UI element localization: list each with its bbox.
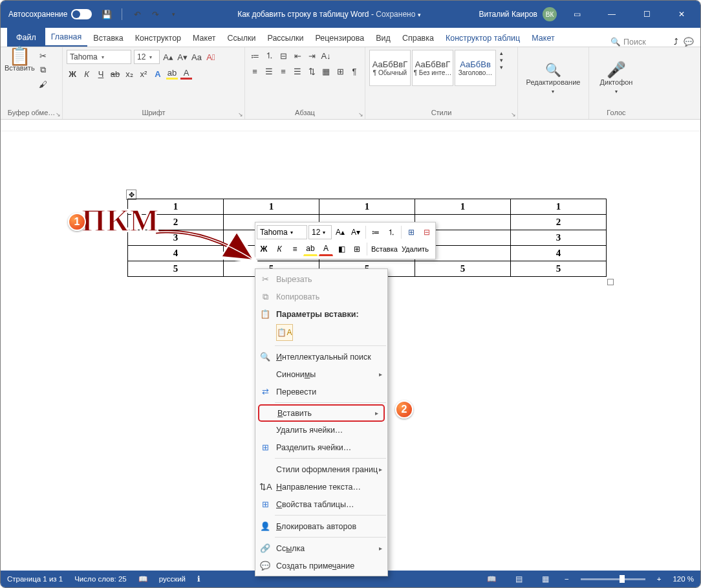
paragraph-launcher[interactable]: ↘ bbox=[358, 111, 363, 118]
shading-icon[interactable]: ▦ bbox=[320, 65, 332, 77]
view-web-icon[interactable]: ▦ bbox=[538, 574, 553, 583]
tab-layout[interactable]: Макет bbox=[187, 30, 221, 47]
menu-translate[interactable]: ⇄Перевести bbox=[255, 383, 387, 400]
tab-home[interactable]: Главная bbox=[45, 28, 88, 47]
mini-borders[interactable]: ⊞ bbox=[350, 242, 364, 256]
mini-bullets[interactable]: ≔ bbox=[369, 225, 383, 239]
tab-references[interactable]: Ссылки bbox=[221, 30, 261, 47]
zoom-slider[interactable] bbox=[581, 578, 645, 580]
tab-help[interactable]: Справка bbox=[396, 30, 440, 47]
font-size-combo[interactable]: 12▾ bbox=[134, 50, 160, 64]
maximize-button[interactable]: ☐ bbox=[632, 1, 662, 28]
menu-border-styles[interactable]: Стили оформления границ▸ bbox=[255, 461, 387, 478]
menu-insert[interactable]: Вставить▸ bbox=[258, 404, 385, 422]
style-heading1[interactable]: АаБбВв Заголово… bbox=[455, 50, 496, 86]
clipboard-launcher[interactable]: ↘ bbox=[56, 111, 61, 118]
status-language[interactable]: русский bbox=[159, 575, 186, 583]
tab-table-design[interactable]: Конструктор таблиц bbox=[440, 30, 526, 47]
mini-shrink-font[interactable]: A▾ bbox=[349, 225, 363, 239]
style-normal[interactable]: АаБбВвГ ¶ Обычный bbox=[369, 50, 411, 86]
style-scroll-down[interactable]: ▾ bbox=[500, 57, 503, 63]
align-center-icon[interactable]: ☰ bbox=[263, 65, 275, 77]
tab-file[interactable]: Файл bbox=[7, 28, 45, 47]
view-print-icon[interactable]: ▤ bbox=[512, 574, 526, 583]
italic-button[interactable]: К bbox=[81, 68, 92, 80]
sort-icon[interactable]: A↓ bbox=[320, 50, 332, 61]
style-scroll-up[interactable]: ▴ bbox=[500, 50, 503, 56]
tab-design[interactable]: Конструктор bbox=[129, 30, 187, 47]
menu-cut[interactable]: ✂Вырезать bbox=[255, 270, 387, 288]
tab-view[interactable]: Вид bbox=[370, 30, 396, 47]
align-left-icon[interactable]: ≡ bbox=[249, 65, 261, 77]
menu-synonyms[interactable]: Синонимы▸ bbox=[255, 365, 387, 383]
mini-numbering[interactable]: ⒈ bbox=[384, 225, 398, 239]
highlight-icon[interactable]: ab bbox=[166, 68, 178, 80]
borders-icon[interactable]: ⊞ bbox=[334, 65, 346, 77]
change-case-icon[interactable]: Aa bbox=[191, 51, 202, 63]
mini-italic[interactable]: К bbox=[272, 242, 286, 256]
copy-icon[interactable]: ⧉ bbox=[38, 64, 49, 76]
close-button[interactable]: ✕ bbox=[667, 1, 696, 28]
ruler[interactable] bbox=[1, 120, 700, 131]
redo-icon[interactable]: ↷ bbox=[149, 8, 161, 20]
status-words[interactable]: Число слов: 25 bbox=[74, 575, 127, 583]
undo-icon[interactable]: ↶ bbox=[131, 8, 143, 20]
indent-dec-icon[interactable]: ⇤ bbox=[292, 50, 303, 61]
style-expand[interactable]: ▾ bbox=[500, 64, 503, 71]
show-marks-icon[interactable]: ¶ bbox=[349, 65, 360, 77]
ribbon-options-icon[interactable]: ▭ bbox=[562, 1, 592, 28]
comments-icon[interactable]: 💬 bbox=[684, 37, 694, 47]
user-avatar[interactable]: ВК bbox=[543, 7, 557, 21]
justify-icon[interactable]: ☰ bbox=[292, 65, 303, 77]
find-icon[interactable]: 🔍 bbox=[547, 64, 559, 76]
menu-delete-cells[interactable]: Удалить ячейки… bbox=[255, 421, 387, 439]
status-page[interactable]: Страница 1 из 1 bbox=[7, 575, 63, 583]
grow-font-icon[interactable]: A▴ bbox=[162, 51, 174, 63]
font-launcher[interactable]: ↘ bbox=[238, 111, 243, 118]
menu-text-direction[interactable]: ⇅AНаправление текста… bbox=[255, 478, 387, 495]
autosave-toggle[interactable] bbox=[71, 9, 92, 19]
align-right-icon[interactable]: ≡ bbox=[277, 65, 289, 77]
menu-new-comment[interactable]: 💬Создать примечание bbox=[255, 557, 387, 574]
zoom-level[interactable]: 120 % bbox=[673, 575, 694, 583]
tab-review[interactable]: Рецензирова bbox=[310, 30, 371, 47]
menu-copy[interactable]: ⧉Копировать bbox=[255, 288, 387, 305]
menu-split-cells[interactable]: ⊞Разделить ячейки… bbox=[255, 439, 387, 456]
dictate-label[interactable]: Диктофон bbox=[600, 78, 633, 86]
mini-size-combo[interactable]: 12▾ bbox=[308, 225, 332, 239]
mini-font-color[interactable]: A bbox=[319, 242, 333, 256]
strike-button[interactable]: ab bbox=[109, 68, 121, 80]
zoom-in[interactable]: + bbox=[657, 575, 662, 583]
zoom-out[interactable]: − bbox=[565, 575, 569, 583]
save-icon[interactable]: 💾 bbox=[101, 8, 113, 20]
bold-button[interactable]: Ж bbox=[67, 68, 78, 80]
style-no-spacing[interactable]: АаБбВвГ ¶ Без инте… bbox=[412, 50, 453, 86]
tab-mailings[interactable]: Рассылки bbox=[261, 30, 309, 47]
mini-grow-font[interactable]: A▴ bbox=[333, 225, 347, 239]
format-painter-icon[interactable]: 🖌 bbox=[38, 78, 49, 90]
minimize-button[interactable]: — bbox=[597, 1, 627, 28]
indent-inc-icon[interactable]: ⇥ bbox=[306, 50, 318, 61]
paste-icon[interactable]: 📋 bbox=[14, 50, 25, 61]
font-name-combo[interactable]: Tahoma▾ bbox=[67, 50, 131, 64]
view-read-icon[interactable]: 📖 bbox=[483, 574, 500, 583]
underline-button[interactable]: Ч bbox=[95, 68, 107, 80]
mini-shading[interactable]: ◧ bbox=[334, 242, 349, 256]
subscript-icon[interactable]: x₂ bbox=[124, 68, 135, 80]
line-spacing-icon[interactable]: ⇅ bbox=[306, 65, 318, 77]
editing-label[interactable]: Редактирование bbox=[526, 78, 581, 86]
multilevel-icon[interactable]: ⊟ bbox=[277, 50, 289, 61]
menu-smart-lookup[interactable]: 🔍Интеллектуальный поиск bbox=[255, 348, 387, 365]
font-color-icon[interactable]: A bbox=[180, 68, 192, 80]
cut-icon[interactable]: ✂ bbox=[38, 50, 49, 61]
mini-insert-icon[interactable]: ⊞ bbox=[404, 225, 418, 239]
style-gallery[interactable]: АаБбВвГ ¶ Обычный АаБбВвГ ¶ Без инте… Аа… bbox=[369, 50, 496, 86]
tab-insert[interactable]: Вставка bbox=[87, 30, 129, 47]
mini-highlight[interactable]: ab bbox=[303, 242, 318, 256]
search-box[interactable]: 🔍 Поиск bbox=[610, 37, 669, 47]
styles-launcher[interactable]: ↘ bbox=[511, 111, 516, 118]
mini-delete-icon[interactable]: ⊟ bbox=[420, 225, 434, 239]
dictate-icon[interactable]: 🎤 bbox=[610, 64, 622, 76]
numbering-icon[interactable]: ⒈ bbox=[263, 50, 275, 61]
qat-more-icon[interactable]: ▾ bbox=[167, 8, 179, 20]
